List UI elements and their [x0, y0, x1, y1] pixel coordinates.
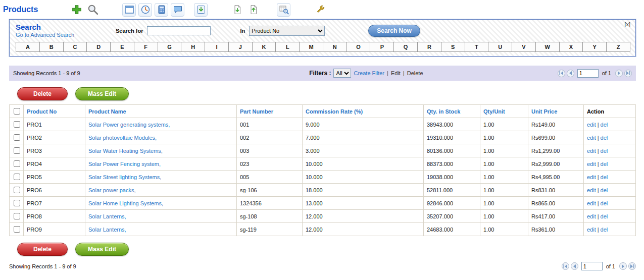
next-page-button[interactable] [619, 262, 627, 270]
col-header-qty-in-stock[interactable]: Qty. in Stock [427, 108, 460, 115]
product-name-link[interactable]: Solar Home Lighting Systems, [88, 200, 163, 206]
row-checkbox[interactable] [14, 226, 20, 233]
alphabet-letter[interactable]: N [323, 42, 346, 51]
alphabet-letter[interactable]: Y [582, 42, 606, 51]
edit-link[interactable]: edit [587, 174, 596, 180]
col-header-product-no[interactable]: Product No [27, 108, 57, 115]
alphabet-letter[interactable]: U [488, 42, 512, 51]
alphabet-letter[interactable]: V [512, 42, 535, 51]
row-checkbox[interactable] [14, 147, 20, 154]
export-icon[interactable] [246, 3, 260, 17]
clock-icon[interactable] [138, 3, 152, 17]
search-field-select[interactable]: Product No [249, 26, 325, 36]
edit-link[interactable]: edit [587, 213, 596, 219]
alphabet-letter[interactable]: R [417, 42, 441, 51]
del-link[interactable]: del [601, 213, 608, 219]
alphabet-letter[interactable]: B [39, 42, 63, 51]
del-link[interactable]: del [601, 187, 608, 193]
filter-select[interactable]: All [333, 69, 351, 78]
edit-link[interactable]: edit [587, 161, 596, 167]
alphabet-letter[interactable]: M [299, 42, 323, 51]
select-all-checkbox[interactable] [14, 108, 20, 115]
col-header-part-number[interactable]: Part Number [240, 108, 273, 115]
search-now-button[interactable]: Search Now [368, 25, 420, 37]
product-name-link[interactable]: Solar photovoltaic Modules, [88, 135, 157, 141]
alphabet-letter[interactable]: P [370, 42, 393, 51]
row-checkbox[interactable] [14, 213, 20, 219]
next-page-button[interactable] [615, 70, 623, 77]
search-icon[interactable] [86, 3, 100, 17]
wrench-icon[interactable] [313, 3, 327, 17]
product-name-link[interactable]: Solar Lanterns, [88, 213, 126, 219]
row-checkbox[interactable] [14, 187, 20, 193]
row-checkbox[interactable] [14, 174, 20, 180]
create-filter-link[interactable]: Create Filter [354, 70, 384, 76]
alphabet-letter[interactable]: S [441, 42, 465, 51]
del-link[interactable]: del [601, 148, 608, 154]
col-header-commission-rate[interactable]: Commission Rate (%) [306, 108, 363, 115]
alphabet-letter[interactable]: X [559, 42, 583, 51]
first-page-button[interactable] [562, 262, 569, 270]
edit-filter-link[interactable]: Edit [391, 70, 401, 76]
del-link[interactable]: del [601, 122, 608, 128]
page-number-input[interactable] [577, 69, 599, 78]
close-search-button[interactable]: [x] [624, 21, 630, 27]
product-name-link[interactable]: Solar Power Fencing system, [88, 161, 161, 167]
alphabet-letter[interactable]: D [86, 42, 110, 51]
row-checkbox[interactable] [14, 160, 20, 167]
product-name-link[interactable]: Solar Power generating systems, [88, 122, 170, 128]
prev-page-button[interactable] [567, 70, 574, 77]
prev-page-button[interactable] [571, 262, 578, 270]
alphabet-letter[interactable]: J [228, 42, 252, 51]
del-link[interactable]: del [601, 200, 608, 206]
alphabet-letter[interactable]: H [181, 42, 205, 51]
mass-edit-button[interactable]: Mass Edit [75, 87, 129, 100]
alphabet-letter[interactable]: I [205, 42, 228, 51]
find-duplicates-icon[interactable] [277, 3, 290, 17]
alphabet-letter[interactable]: F [134, 42, 158, 51]
edit-link[interactable]: edit [587, 135, 596, 141]
del-link[interactable]: del [601, 161, 608, 167]
first-page-button[interactable] [558, 70, 565, 77]
alphabet-letter[interactable]: Z [606, 42, 630, 51]
edit-link[interactable]: edit [587, 148, 596, 154]
mass-edit-button[interactable]: Mass Edit [75, 243, 129, 256]
delete-filter-link[interactable]: Delete [407, 70, 423, 76]
alphabet-letter[interactable]: C [63, 42, 87, 51]
alphabet-letter[interactable]: A [16, 42, 39, 51]
col-header-unit-price[interactable]: Unit Price [531, 108, 557, 115]
row-checkbox[interactable] [14, 121, 20, 128]
col-header-qty-unit[interactable]: Qty/Unit [483, 108, 505, 115]
chat-icon[interactable] [171, 3, 184, 17]
alphabet-letter[interactable]: O [346, 42, 370, 51]
delete-button[interactable]: Delete [17, 243, 68, 256]
import-icon[interactable] [230, 3, 244, 17]
advanced-search-link[interactable]: Go to Advanced Search [16, 32, 74, 38]
alphabet-letter[interactable]: G [158, 42, 181, 51]
product-name-link[interactable]: Solar power packs, [88, 187, 136, 193]
alphabet-letter[interactable]: T [465, 42, 488, 51]
delete-button[interactable]: Delete [17, 87, 68, 100]
add-icon[interactable] [70, 3, 83, 17]
window-icon[interactable] [122, 3, 136, 17]
alphabet-letter[interactable]: K [252, 42, 276, 51]
edit-link[interactable]: edit [587, 227, 596, 233]
alphabet-letter[interactable]: L [275, 42, 299, 51]
row-checkbox[interactable] [14, 200, 20, 206]
alphabet-letter[interactable]: Q [393, 42, 417, 51]
edit-link[interactable]: edit [587, 187, 596, 193]
page-number-input[interactable] [581, 262, 603, 270]
del-link[interactable]: del [601, 135, 608, 141]
product-name-link[interactable]: Solar Water Heating Systems, [88, 148, 163, 154]
export-box-icon[interactable] [194, 3, 208, 17]
row-checkbox[interactable] [14, 134, 20, 141]
edit-link[interactable]: edit [587, 200, 596, 206]
col-header-product-name[interactable]: Product Name [88, 108, 126, 115]
last-page-button[interactable] [628, 262, 636, 270]
edit-link[interactable]: edit [587, 122, 596, 128]
alphabet-letter[interactable]: E [110, 42, 134, 51]
last-page-button[interactable] [624, 70, 632, 77]
del-link[interactable]: del [601, 174, 608, 180]
del-link[interactable]: del [601, 227, 608, 233]
product-name-link[interactable]: Solar Street lighting Systems, [88, 174, 161, 180]
